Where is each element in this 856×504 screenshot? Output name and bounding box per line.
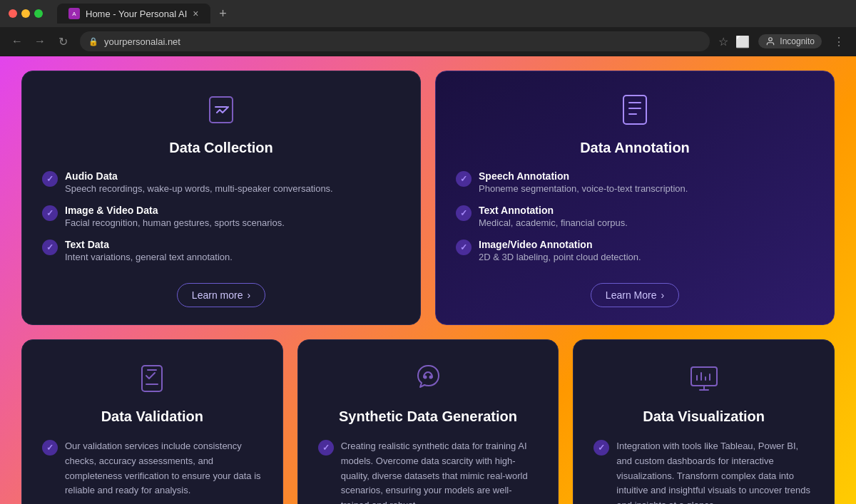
feature-speech-desc: Phoneme segmentation, voice-to-text tran… [479,183,688,194]
tab-title: Home - Your Personal AI [86,9,187,19]
lock-icon: 🔒 [88,37,98,46]
tab-favicon: A [68,8,80,19]
feature-img-annot: Image/Video Annotation 2D & 3D labeling,… [456,239,814,263]
data-visualization-desc: Integration with tools like Tableau, Pow… [616,439,814,504]
traffic-lights [9,9,43,18]
close-button[interactable] [9,9,17,18]
maximize-button[interactable] [34,9,43,18]
svg-point-0 [769,38,773,41]
feature-audio-name: Audio Data [65,170,333,182]
data-validation-card: Data Validation Our validation services … [21,339,283,504]
check-text-icon [42,240,58,255]
feature-text: Text Data Intent variations, general tex… [42,239,400,263]
address-actions: ☆ ⬜ [718,35,750,48]
address-bar-row: ← → ↻ 🔒 yourpersonalai.net ☆ ⬜ Incognito… [0,27,856,56]
tab-close-button[interactable]: × [193,8,198,19]
check-speech-icon [456,171,472,187]
feature-text-annot-content: Text Annotation Medical, academic, finan… [479,205,628,229]
bottom-cards-grid: Data Validation Our validation services … [21,339,835,504]
back-button[interactable]: ← [9,33,26,50]
top-cards-grid: Data Collection Audio Data Speech record… [21,71,835,325]
feature-img-annot-content: Image/Video Annotation 2D & 3D labeling,… [479,239,641,263]
feature-speech-name: Speech Annotation [479,170,688,182]
data-visualization-icon [593,360,814,397]
incognito-badge: Incognito [758,34,822,48]
svg-rect-8 [691,367,717,386]
feature-video-text: Image & Video Data Facial recognition, h… [65,205,285,229]
feature-text-annot-name: Text Annotation [479,205,628,216]
nav-buttons: ← → ↻ [9,33,71,50]
data-collection-icon [42,91,400,128]
bookmark-icon[interactable]: ☆ [718,35,728,48]
data-validation-feature: Our validation services include consiste… [42,439,263,498]
check-video-icon [42,205,58,221]
synthetic-data-icon [318,360,539,397]
feature-text-name: Text Data [65,239,233,250]
synthetic-data-desc: Creating realistic synthetic data for tr… [341,439,539,504]
feature-text-content: Text Data Intent variations, general tex… [65,239,233,263]
check-text-annot-icon [456,205,472,221]
feature-img-annot-name: Image/Video Annotation [479,239,641,250]
synthetic-data-feature: Creating realistic synthetic data for tr… [318,439,539,504]
svg-point-7 [429,376,432,379]
extensions-icon[interactable]: ⬜ [735,35,750,48]
feature-video-desc: Facial recognition, human gestures, spor… [65,217,285,228]
learn-more-collection-wrap: Learn more › [42,280,400,307]
data-collection-title: Data Collection [42,140,400,156]
menu-button[interactable]: ⋮ [830,33,847,50]
feature-text-annot-desc: Medical, academic, financial corpus. [479,217,628,228]
feature-audio-desc: Speech recordings, wake-up words, multi-… [65,183,333,194]
learn-more-annotation-label: Learn More [606,289,657,301]
synthetic-data-title: Synthetic Data Generation [318,408,539,425]
new-tab-button[interactable]: + [213,4,233,24]
data-validation-desc: Our validation services include consiste… [65,439,263,498]
data-visualization-title: Data Visualization [593,408,814,425]
feature-video-name: Image & Video Data [65,205,285,216]
data-collection-card: Data Collection Audio Data Speech record… [21,71,421,325]
feature-text-annot: Text Annotation Medical, academic, finan… [456,205,814,229]
data-annotation-icon [456,91,814,128]
synthetic-data-card: Synthetic Data Generation Creating reali… [297,339,559,504]
check-synthetic-icon [318,440,334,456]
check-visualization-icon [593,440,609,456]
data-annotation-card: Data Annotation Speech Annotation Phonem… [435,71,835,325]
data-visualization-card: Data Visualization Integration with tool… [573,339,835,504]
browser-chrome: A Home - Your Personal AI × + ← → ↻ 🔒 yo… [0,0,856,56]
active-tab[interactable]: A Home - Your Personal AI × [57,4,210,24]
feature-audio: Audio Data Speech recordings, wake-up wo… [42,170,400,195]
svg-point-6 [424,376,426,379]
reload-button[interactable]: ↻ [54,33,71,50]
learn-more-collection-button[interactable]: Learn more › [177,283,265,307]
learn-more-collection-label: Learn more [192,289,243,301]
feature-audio-text: Audio Data Speech recordings, wake-up wo… [65,170,333,195]
data-visualization-feature: Integration with tools like Tableau, Pow… [593,439,814,504]
feature-img-annot-desc: 2D & 3D labeling, point cloud detection. [479,252,641,262]
feature-video: Image & Video Data Facial recognition, h… [42,205,400,229]
data-validation-title: Data Validation [42,408,263,425]
feature-speech-text: Speech Annotation Phoneme segmentation, … [479,170,688,195]
learn-more-annotation-wrap: Learn More › [456,280,814,307]
incognito-label: Incognito [780,36,815,46]
tab-bar: A Home - Your Personal AI × + [57,4,233,24]
data-annotation-title: Data Annotation [456,140,814,156]
check-audio-icon [42,171,58,187]
feature-speech: Speech Annotation Phoneme segmentation, … [456,170,814,195]
url-text: yourpersonalai.net [104,36,180,47]
check-validation-icon [42,440,58,456]
page-content: Data Collection Audio Data Speech record… [0,56,856,504]
data-annotation-features: Speech Annotation Phoneme segmentation, … [456,170,814,263]
data-collection-features: Audio Data Speech recordings, wake-up wo… [42,170,400,263]
check-img-annot-icon [456,240,472,255]
learn-more-annotation-button[interactable]: Learn More › [591,283,679,307]
feature-text-desc: Intent variations, general text annotati… [65,252,233,262]
svg-rect-1 [623,96,646,124]
title-bar: A Home - Your Personal AI × + [0,0,856,27]
address-bar[interactable]: 🔒 yourpersonalai.net [80,31,710,51]
data-validation-icon [42,360,263,397]
forward-button[interactable]: → [31,33,49,50]
learn-more-collection-arrow: › [247,289,250,301]
minimize-button[interactable] [21,9,30,18]
learn-more-annotation-arrow: › [661,289,664,301]
